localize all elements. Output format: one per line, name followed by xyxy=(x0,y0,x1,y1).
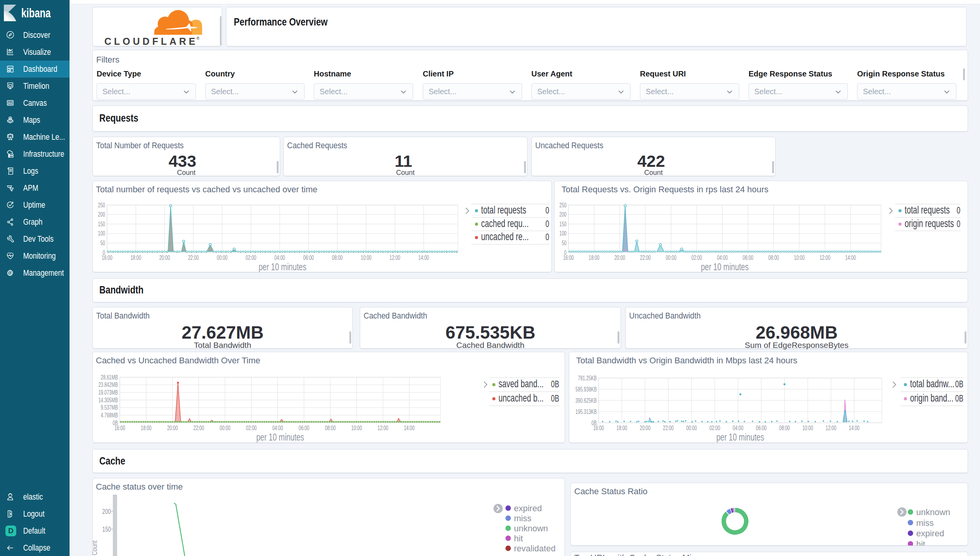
svg-text:4.768MB: 4.768MB xyxy=(101,411,118,419)
svg-text:hit: hit xyxy=(916,539,925,546)
svg-text:Count: Count xyxy=(92,541,99,555)
svg-text:12:00: 12:00 xyxy=(390,254,400,261)
svg-text:expired: expired xyxy=(514,503,542,513)
svg-text:04:00: 04:00 xyxy=(717,254,728,261)
svg-text:0: 0 xyxy=(956,219,960,229)
svg-text:0B: 0B xyxy=(551,393,559,403)
svg-text:08:00: 08:00 xyxy=(325,424,336,431)
svg-text:150: 150 xyxy=(102,525,111,533)
svg-text:02:00: 02:00 xyxy=(246,254,257,261)
svg-text:06:00: 06:00 xyxy=(756,424,767,431)
svg-text:390.625KB: 390.625KB xyxy=(575,397,597,404)
svg-text:12:00: 12:00 xyxy=(378,424,388,431)
svg-text:18:00: 18:00 xyxy=(616,424,627,431)
svg-text:14:00: 14:00 xyxy=(419,254,429,261)
svg-text:20:00: 20:00 xyxy=(159,254,170,261)
svg-text:150: 150 xyxy=(98,220,105,227)
svg-text:0B: 0B xyxy=(955,393,963,403)
svg-text:06:00: 06:00 xyxy=(299,424,310,431)
svg-text:10:00: 10:00 xyxy=(361,254,372,261)
svg-text:per 10 minutes: per 10 minutes xyxy=(259,261,306,272)
svg-text:0: 0 xyxy=(545,232,549,242)
svg-text:00:00: 00:00 xyxy=(686,424,697,431)
svg-text:0B: 0B xyxy=(955,379,963,389)
svg-text:20:00: 20:00 xyxy=(614,254,625,261)
svg-text:200: 200 xyxy=(102,507,111,515)
svg-text:unknown: unknown xyxy=(514,524,548,533)
svg-text:0: 0 xyxy=(545,205,549,215)
svg-text:100: 100 xyxy=(560,230,567,237)
svg-text:18:00: 18:00 xyxy=(589,254,600,261)
svg-text:250: 250 xyxy=(98,201,105,208)
svg-text:22:00: 22:00 xyxy=(640,254,651,261)
svg-text:585.938KB: 585.938KB xyxy=(575,385,597,393)
svg-text:19.073MB: 19.073MB xyxy=(99,388,118,396)
svg-text:total requests: total requests xyxy=(905,204,950,216)
svg-text:14:00: 14:00 xyxy=(849,424,860,431)
svg-text:10:00: 10:00 xyxy=(794,254,805,261)
svg-text:18:00: 18:00 xyxy=(131,254,141,261)
svg-text:cached requ...: cached requ... xyxy=(481,217,529,229)
svg-text:16:00: 16:00 xyxy=(114,424,125,431)
svg-text:10:00: 10:00 xyxy=(351,424,362,431)
svg-text:200: 200 xyxy=(560,211,567,218)
svg-text:02:00: 02:00 xyxy=(709,424,720,431)
svg-text:28.61MB: 28.61MB xyxy=(101,373,118,381)
svg-text:origin requests: origin requests xyxy=(905,217,954,229)
svg-text:00:00: 00:00 xyxy=(217,254,228,261)
svg-text:16:00: 16:00 xyxy=(102,254,112,261)
svg-text:16:00: 16:00 xyxy=(593,424,604,431)
svg-text:781.25KB: 781.25KB xyxy=(578,374,597,381)
svg-text:04:00: 04:00 xyxy=(272,424,283,431)
svg-text:22:00: 22:00 xyxy=(193,424,204,431)
svg-text:total badnw...: total badnw... xyxy=(910,378,954,390)
svg-text:per 10 minutes: per 10 minutes xyxy=(701,261,749,272)
svg-text:unknown: unknown xyxy=(916,507,950,517)
svg-text:00:00: 00:00 xyxy=(220,424,231,431)
svg-text:195.313KB: 195.313KB xyxy=(575,408,597,415)
svg-text:0: 0 xyxy=(545,219,549,229)
svg-text:20:00: 20:00 xyxy=(167,424,178,431)
svg-text:total requests: total requests xyxy=(481,204,526,216)
svg-text:06:00: 06:00 xyxy=(303,254,314,261)
svg-text:02:00: 02:00 xyxy=(246,424,257,431)
svg-text:50: 50 xyxy=(562,239,567,246)
svg-text:10:00: 10:00 xyxy=(802,424,813,431)
svg-text:20:00: 20:00 xyxy=(640,424,650,431)
svg-text:16:00: 16:00 xyxy=(563,254,574,261)
svg-text:23.842MB: 23.842MB xyxy=(99,381,118,388)
svg-text:uncached re...: uncached re... xyxy=(481,231,529,242)
svg-text:miss: miss xyxy=(514,514,531,523)
svg-text:18:00: 18:00 xyxy=(141,424,151,431)
svg-text:per 10 minutes: per 10 minutes xyxy=(716,431,764,443)
svg-text:14:00: 14:00 xyxy=(404,424,415,431)
svg-text:14.305MB: 14.305MB xyxy=(99,396,118,403)
svg-text:saved band...: saved band... xyxy=(499,378,544,390)
svg-text:®: ® xyxy=(196,36,199,41)
svg-text:14:00: 14:00 xyxy=(845,254,856,261)
svg-text:origin band...: origin band... xyxy=(910,392,953,404)
svg-text:100: 100 xyxy=(98,230,105,237)
svg-text:9.537MB: 9.537MB xyxy=(101,404,118,411)
svg-text:04:00: 04:00 xyxy=(733,424,744,431)
svg-text:12:00: 12:00 xyxy=(825,424,836,431)
svg-text:0B: 0B xyxy=(551,379,559,389)
svg-text:04:00: 04:00 xyxy=(274,254,285,261)
svg-text:50: 50 xyxy=(100,239,105,246)
svg-text:miss: miss xyxy=(916,518,934,528)
svg-text:12:00: 12:00 xyxy=(820,254,830,261)
svg-text:08:00: 08:00 xyxy=(332,254,343,261)
svg-text:02:00: 02:00 xyxy=(691,254,702,261)
svg-text:150: 150 xyxy=(560,220,567,227)
svg-text:22:00: 22:00 xyxy=(663,424,674,431)
svg-text:0: 0 xyxy=(956,205,960,215)
svg-text:22:00: 22:00 xyxy=(188,254,199,261)
svg-text:uncached b...: uncached b... xyxy=(499,392,544,404)
svg-text:hit: hit xyxy=(514,534,523,543)
svg-text:CLOUDFLARE: CLOUDFLARE xyxy=(104,36,198,46)
svg-text:per 10 minutes: per 10 minutes xyxy=(256,431,304,443)
svg-text:00:00: 00:00 xyxy=(666,254,677,261)
svg-text:200: 200 xyxy=(98,211,105,218)
svg-text:08:00: 08:00 xyxy=(779,424,790,431)
svg-text:06:00: 06:00 xyxy=(743,254,754,261)
